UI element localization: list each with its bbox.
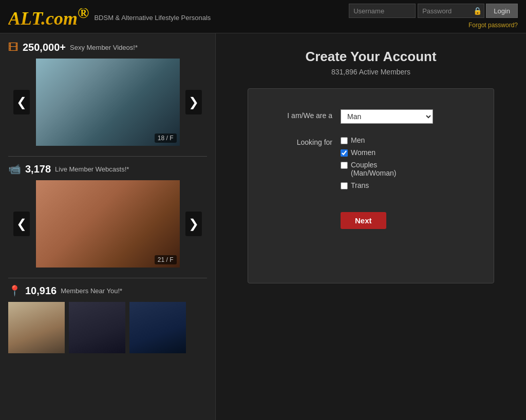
- videos-image: 18 / F: [36, 59, 180, 146]
- videos-next-arrow[interactable]: ❯: [185, 90, 202, 114]
- i-am-row: I am/We are a Man Woman Couple (Man/Woma…: [279, 109, 463, 124]
- login-row: 🔒 Login: [349, 4, 518, 18]
- member-img-3: [129, 302, 186, 353]
- divider-1: [8, 156, 207, 157]
- logo-reg: ®: [78, 4, 89, 21]
- videos-carousel: ❮ 18 / F ❯: [8, 59, 207, 146]
- main-layout: 🎞 250,000+ Sexy Member Videos!* ❮ 18 / F…: [0, 33, 526, 420]
- left-sidebar: 🎞 250,000+ Sexy Member Videos!* ❮ 18 / F…: [0, 33, 216, 420]
- forgot-password-link[interactable]: Forgot password?: [468, 22, 518, 29]
- webcams-label: Live Member Webcasts!*: [55, 165, 129, 173]
- checkbox-men-label: Men: [351, 136, 365, 144]
- right-content: Create Your Account 831,896 Active Membe…: [216, 33, 526, 420]
- checkbox-men[interactable]: [341, 137, 348, 144]
- webcams-badge: 21 / F: [155, 255, 177, 264]
- pin-icon: 📍: [8, 284, 21, 297]
- member-thumb-1[interactable]: [8, 302, 65, 353]
- videos-stat-row: 🎞 250,000+ Sexy Member Videos!*: [8, 42, 207, 53]
- checkbox-trans[interactable]: [341, 182, 348, 189]
- videos-badge: 18 / F: [155, 133, 177, 143]
- tagline-area: BDSM & Alternative Lifestyle Personals: [94, 12, 211, 22]
- username-input[interactable]: [349, 4, 416, 18]
- page-title: Create Your Account: [305, 49, 436, 65]
- checkbox-couples[interactable]: [341, 162, 348, 169]
- checkbox-couples-item: Couples(Man/Woman): [341, 161, 463, 177]
- members-stat-row: 📍 10,916 Members Near You!*: [8, 284, 207, 297]
- videos-count: 250,000+: [23, 42, 66, 53]
- member-thumb-3[interactable]: [129, 302, 186, 353]
- webcams-count: 3,178: [25, 163, 51, 175]
- tagline: BDSM & Alternative Lifestyle Personals: [94, 14, 211, 22]
- login-area: 🔒 Login Forgot password?: [349, 4, 518, 29]
- members-thumbnails: [8, 302, 207, 353]
- header: ALT.com® BDSM & Alternative Lifestyle Pe…: [0, 0, 526, 33]
- webcams-carousel: ❮ 21 / F ❯: [8, 180, 207, 268]
- member-img-1: [8, 302, 65, 353]
- members-count: 10,916: [25, 285, 57, 297]
- webcam-icon: 📹: [8, 163, 21, 175]
- looking-for-control: Men Women Couples(Man/Woman) Trans: [341, 136, 463, 189]
- videos-prev-arrow[interactable]: ❮: [13, 90, 30, 114]
- logo[interactable]: ALT.com®: [8, 5, 89, 28]
- looking-for-label: Looking for: [279, 136, 341, 146]
- members-label: Members Near You!*: [61, 287, 122, 295]
- videos-label: Sexy Member Videos!*: [70, 44, 138, 51]
- next-button[interactable]: Next: [341, 212, 386, 229]
- video-thumbnail-1: [36, 59, 180, 146]
- checkbox-trans-item: Trans: [341, 181, 463, 189]
- password-input[interactable]: [418, 4, 484, 18]
- film-icon: 🎞: [8, 42, 18, 53]
- member-thumb-2[interactable]: [69, 302, 125, 353]
- checkbox-women-label: Women: [351, 148, 375, 157]
- member-img-2: [69, 302, 125, 353]
- checkbox-trans-label: Trans: [351, 181, 369, 189]
- webcam-thumbnail-inner: [36, 180, 180, 268]
- login-button[interactable]: Login: [486, 4, 518, 18]
- logo-text: ALT.com®: [8, 8, 89, 29]
- registration-box: I am/We are a Man Woman Couple (Man/Woma…: [248, 88, 494, 283]
- i-am-control: Man Woman Couple (Man/Woman) Couple (Man…: [341, 109, 463, 124]
- i-am-select[interactable]: Man Woman Couple (Man/Woman) Couple (Man…: [341, 109, 433, 124]
- i-am-label: I am/We are a: [279, 109, 341, 120]
- webcams-next-arrow[interactable]: ❯: [185, 212, 202, 236]
- webcams-prev-arrow[interactable]: ❮: [13, 212, 30, 236]
- checkbox-women-item: Women: [341, 148, 463, 157]
- webcam-thumbnail: 21 / F: [36, 180, 180, 268]
- checkbox-men-item: Men: [341, 136, 463, 144]
- logo-area: ALT.com® BDSM & Alternative Lifestyle Pe…: [8, 5, 349, 28]
- checkbox-women[interactable]: [341, 149, 348, 157]
- checkbox-couples-label: Couples(Man/Woman): [351, 161, 396, 177]
- webcams-stat-row: 📹 3,178 Live Member Webcasts!*: [8, 163, 207, 175]
- looking-for-row: Looking for Men Women Couples(Man/Woman): [279, 136, 463, 189]
- divider-2: [8, 278, 207, 278]
- active-members-text: 831,896 Active Members: [331, 68, 410, 76]
